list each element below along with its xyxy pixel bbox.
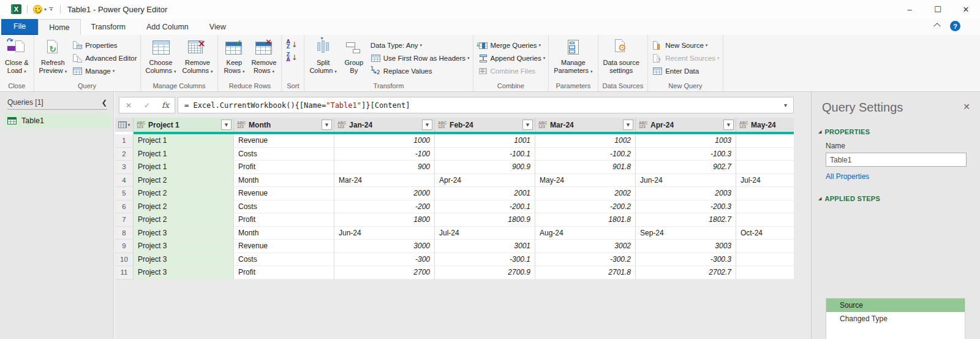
- table-cell[interactable]: -200: [334, 200, 435, 214]
- row-number[interactable]: 5: [115, 187, 134, 200]
- table-cell[interactable]: Sep-24: [636, 227, 736, 240]
- table-cell[interactable]: Project 2: [134, 213, 234, 227]
- table-cell[interactable]: Revenue: [234, 187, 334, 200]
- row-number[interactable]: 8: [115, 227, 134, 240]
- row-number[interactable]: 9: [115, 240, 134, 253]
- group-by-button[interactable]: GroupBy: [340, 36, 368, 76]
- table-cell[interactable]: [736, 187, 794, 200]
- table-cell[interactable]: Month: [234, 227, 334, 240]
- table-cell[interactable]: Profit: [234, 213, 334, 227]
- table-cell[interactable]: -100.1: [435, 148, 535, 161]
- properties-button[interactable]: Properties: [72, 39, 137, 51]
- table-cell[interactable]: Project 3: [134, 240, 234, 253]
- row-number[interactable]: 7: [115, 213, 134, 227]
- table-cell[interactable]: Project 3: [134, 227, 234, 240]
- table-cell[interactable]: Project 2: [134, 174, 234, 188]
- table-cell[interactable]: -100.2: [535, 148, 636, 161]
- table-cell[interactable]: 901.8: [535, 161, 636, 174]
- append-queries-button[interactable]: Append Queries▾: [478, 51, 546, 64]
- customize-quick-access-toolbar-icon[interactable]: ▾: [49, 7, 53, 12]
- column-header-may-24[interactable]: ABC123May-24▼: [736, 118, 794, 132]
- table-cell[interactable]: Costs: [234, 253, 334, 267]
- table-cell[interactable]: -300.2: [535, 253, 636, 267]
- table-cell[interactable]: [736, 240, 794, 253]
- keep-rows-button[interactable]: ✓KeepRows▾: [220, 36, 248, 77]
- table-cell[interactable]: [736, 253, 794, 267]
- table-cell[interactable]: 2700: [334, 266, 435, 280]
- help-icon[interactable]: ?: [950, 21, 960, 31]
- table-cell[interactable]: 2701.8: [535, 266, 636, 280]
- row-number[interactable]: 2: [115, 148, 134, 161]
- table-cell[interactable]: 900: [334, 161, 435, 174]
- data-type-any-button[interactable]: Data Type: Any▾: [371, 39, 470, 51]
- enter-data-button[interactable]: Enter Data: [652, 64, 719, 77]
- refresh-preview-button[interactable]: ↻RefreshPreview▾: [36, 36, 70, 77]
- table-cell[interactable]: Jun-24: [334, 227, 435, 240]
- table-cell[interactable]: 1801.8: [535, 213, 636, 227]
- table-cell[interactable]: 1003: [636, 134, 736, 148]
- table-cell[interactable]: 3000: [334, 240, 435, 253]
- table-cell[interactable]: Month: [234, 174, 334, 188]
- row-number[interactable]: 1: [115, 134, 134, 148]
- table-cell[interactable]: 1002: [535, 134, 636, 148]
- table-cell[interactable]: Profit: [234, 161, 334, 174]
- collapse-section-icon[interactable]: ◢: [818, 129, 821, 134]
- table-cell[interactable]: Revenue: [234, 240, 334, 253]
- maximize-button[interactable]: ☐: [924, 0, 952, 18]
- table-cell[interactable]: May-24: [535, 174, 636, 188]
- table-cell[interactable]: Oct-24: [736, 227, 794, 240]
- remove-rows-button[interactable]: ✕RemoveRows▾: [248, 36, 279, 77]
- row-number[interactable]: 11: [115, 266, 134, 280]
- sort-ascending-button[interactable]: AZ↓: [286, 39, 301, 51]
- filter-dropdown-icon[interactable]: ▼: [322, 120, 332, 130]
- table-cell[interactable]: 2001: [435, 187, 535, 200]
- row-number[interactable]: 3: [115, 161, 134, 174]
- table-cell[interactable]: Aug-24: [535, 227, 636, 240]
- table-cell[interactable]: Apr-24: [435, 174, 535, 188]
- table-cell[interactable]: Project 1: [134, 161, 234, 174]
- table-cell[interactable]: Jul-24: [736, 174, 794, 188]
- table-cell[interactable]: Project 2: [134, 200, 234, 214]
- table-cell[interactable]: Profit: [234, 266, 334, 280]
- split-column-button[interactable]: ▾SplitColumn▾: [306, 36, 339, 77]
- table-cell[interactable]: Project 1: [134, 148, 234, 161]
- filter-dropdown-icon[interactable]: ▼: [522, 120, 533, 130]
- table-cell[interactable]: [736, 200, 794, 214]
- table-cell[interactable]: 1802.7: [636, 213, 736, 227]
- table-cell[interactable]: 1800.9: [435, 213, 535, 227]
- collapse-section-icon[interactable]: ◢: [818, 196, 821, 201]
- replace-values-button[interactable]: 1↳2Replace Values: [371, 64, 470, 77]
- new-source-button[interactable]: New Source▾: [652, 39, 719, 51]
- select-all-corner[interactable]: ▾: [115, 118, 134, 132]
- manage-parameters-button[interactable]: ManageParameters▾: [551, 36, 595, 77]
- data-source-settings-button[interactable]: ⚙Data sourcesettings: [600, 36, 643, 76]
- formula-text[interactable]: = Excel.CurrentWorkbook(){[Name="Table1"…: [184, 101, 784, 110]
- table-cell[interactable]: Jun-24: [636, 174, 736, 188]
- table-cell[interactable]: Costs: [234, 148, 334, 161]
- advanced-editor-button[interactable]: Advanced Editor: [72, 51, 137, 64]
- table-cell[interactable]: -200.3: [636, 200, 736, 214]
- filter-dropdown-icon[interactable]: ▼: [221, 120, 232, 130]
- table-cell[interactable]: 3001: [435, 240, 535, 253]
- filter-dropdown-icon[interactable]: ▼: [723, 120, 734, 130]
- table-cell[interactable]: Revenue: [234, 134, 334, 148]
- table-cell[interactable]: -100: [334, 148, 435, 161]
- query-name-input[interactable]: [826, 153, 967, 167]
- formula-accept-icon[interactable]: ✓: [138, 101, 156, 110]
- applied-step-changed-type[interactable]: Changed Type: [826, 312, 965, 326]
- table-cell[interactable]: -200.1: [435, 200, 535, 214]
- table-cell[interactable]: 1000: [334, 134, 435, 148]
- minimize-button[interactable]: –: [895, 0, 924, 18]
- table-cell[interactable]: -200.2: [535, 200, 636, 214]
- collapse-ribbon-icon[interactable]: [935, 22, 943, 28]
- table-cell[interactable]: Costs: [234, 200, 334, 214]
- smiley-dropdown-icon[interactable]: ▾: [44, 7, 47, 12]
- table-cell[interactable]: [736, 148, 794, 161]
- remove-columns-button[interactable]: ✕RemoveColumns▾: [179, 36, 216, 77]
- manage-button[interactable]: Manage▾: [72, 64, 137, 77]
- table-cell[interactable]: 3002: [535, 240, 636, 253]
- column-header-feb-24[interactable]: ABC123Feb-24▼: [435, 118, 535, 132]
- table-cell[interactable]: 3003: [636, 240, 736, 253]
- formula-bar[interactable]: = Excel.CurrentWorkbook(){[Name="Table1"…: [178, 97, 794, 113]
- table-cell[interactable]: 2702.7: [636, 266, 736, 280]
